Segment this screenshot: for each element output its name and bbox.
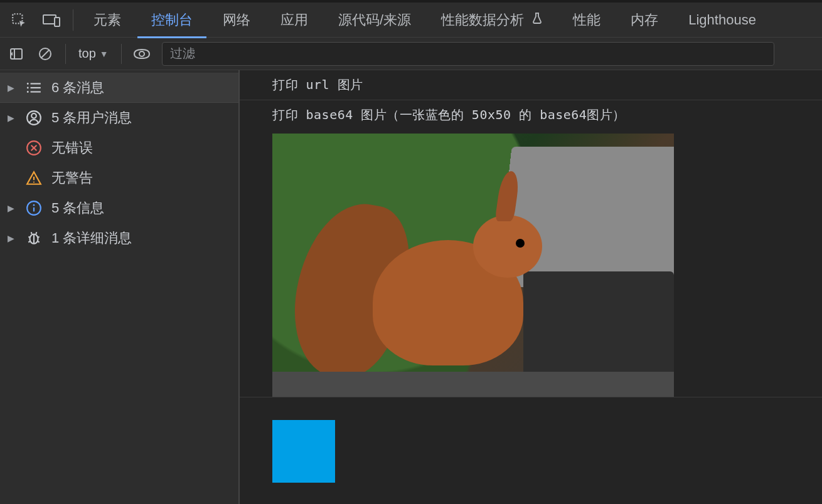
sidebar-item-label: 1 条详细消息 <box>51 229 132 248</box>
tab-elements[interactable]: 元素 <box>80 3 135 38</box>
separator <box>121 44 122 64</box>
svg-rect-4 <box>11 49 22 59</box>
expand-icon: ▶ <box>8 233 16 243</box>
tab-label: 性能 <box>573 12 600 28</box>
svg-point-21 <box>33 181 35 182</box>
tab-lighthouse[interactable]: Lighthouse <box>675 3 770 38</box>
expand-icon: ▶ <box>8 83 16 93</box>
sidebar-item-verbose[interactable]: ▶ 1 条详细消息 <box>0 223 238 253</box>
tab-label: Lighthouse <box>688 12 756 28</box>
base64-image[interactable] <box>272 420 335 483</box>
console-message-text: 打印 url 图片 <box>272 77 363 92</box>
sidebar-item-messages[interactable]: ▶ 6 条消息 <box>0 73 238 103</box>
tab-label: 网络 <box>223 12 250 28</box>
console-image-output <box>240 397 822 483</box>
tab-label: 应用 <box>280 12 308 28</box>
clear-console-button[interactable] <box>31 40 59 68</box>
svg-rect-2 <box>55 18 60 26</box>
console-output: 打印 url 图片 打印 base64 图片（一张蓝色的 50x50 的 bas… <box>240 70 822 504</box>
toggle-sidebar-button[interactable] <box>3 40 30 68</box>
context-label: top <box>78 46 96 61</box>
svg-line-28 <box>37 237 39 238</box>
tab-network[interactable]: 网络 <box>209 3 264 38</box>
warning-icon <box>25 169 43 187</box>
live-expression-button[interactable] <box>128 40 156 68</box>
devtools-tab-bar: 元素 控制台 网络 应用 源代码/来源 性能数据分析 性能 内存 Lightho… <box>0 0 822 38</box>
sidebar-item-label: 5 条用户消息 <box>51 108 132 127</box>
tab-memory[interactable]: 内存 <box>617 3 672 38</box>
console-image-output <box>240 130 822 397</box>
separator <box>65 44 66 64</box>
svg-point-23 <box>33 204 35 206</box>
svg-line-7 <box>41 50 49 58</box>
console-toolbar: top ▼ <box>0 38 822 70</box>
sidebar-item-label: 6 条消息 <box>51 78 104 97</box>
user-icon <box>25 109 43 127</box>
svg-point-16 <box>31 113 36 118</box>
tab-performance[interactable]: 性能 <box>559 3 614 38</box>
tab-sources[interactable]: 源代码/来源 <box>324 3 425 38</box>
execution-context-selector[interactable]: top ▼ <box>72 46 115 61</box>
tab-label: 控制台 <box>151 12 193 28</box>
svg-line-27 <box>28 237 30 238</box>
info-icon <box>25 199 43 217</box>
bug-icon <box>25 229 43 247</box>
url-image[interactable] <box>272 134 674 397</box>
sidebar-item-warnings[interactable]: ▶ 无警告 <box>0 163 238 193</box>
inspect-element-button[interactable] <box>4 5 34 35</box>
tab-label: 性能数据分析 <box>441 12 524 28</box>
expand-icon: ▶ <box>8 203 16 213</box>
tab-console[interactable]: 控制台 <box>137 3 206 38</box>
filter-input[interactable] <box>162 42 774 66</box>
device-toolbar-button[interactable] <box>36 5 67 35</box>
tab-label: 源代码/来源 <box>338 12 411 28</box>
sidebar-item-label: 无警告 <box>51 169 93 187</box>
sidebar-item-info[interactable]: ▶ 5 条信息 <box>0 193 238 223</box>
console-message[interactable]: 打印 url 图片 <box>240 70 822 100</box>
svg-point-12 <box>27 83 29 85</box>
sidebar-item-label: 无错误 <box>51 139 93 157</box>
tab-label: 内存 <box>631 12 658 28</box>
expand-icon: ▶ <box>8 113 16 123</box>
tab-application[interactable]: 应用 <box>267 3 322 38</box>
svg-point-13 <box>27 87 29 88</box>
console-sidebar: ▶ 6 条消息 ▶ <box>0 70 240 504</box>
svg-point-8 <box>139 51 144 56</box>
separator <box>73 9 73 31</box>
sidebar-item-user[interactable]: ▶ 5 条用户消息 <box>0 103 238 133</box>
error-icon <box>25 139 43 157</box>
console-message-text: 打印 base64 图片（一张蓝色的 50x50 的 base64图片） <box>272 107 626 122</box>
sidebar-item-label: 5 条信息 <box>51 199 104 218</box>
list-icon <box>25 79 43 97</box>
svg-point-14 <box>27 91 29 93</box>
console-message[interactable]: 打印 base64 图片（一张蓝色的 50x50 的 base64图片） <box>240 100 822 130</box>
tab-performance-insights[interactable]: 性能数据分析 <box>427 3 557 38</box>
chevron-down-icon: ▼ <box>100 49 109 59</box>
sidebar-item-errors[interactable]: ▶ 无错误 <box>0 133 238 163</box>
tab-label: 元素 <box>93 12 121 28</box>
flask-icon <box>531 12 543 28</box>
